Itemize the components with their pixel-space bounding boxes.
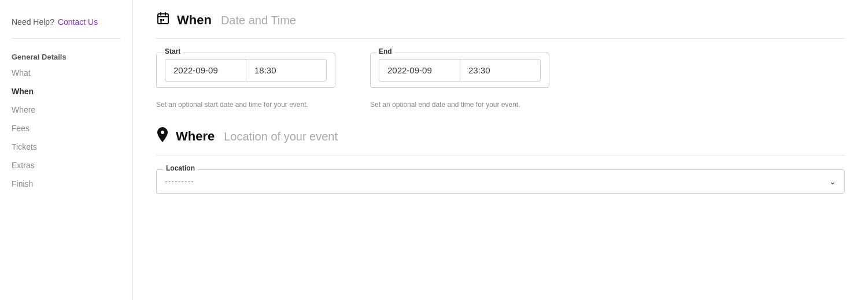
sidebar-item-fees[interactable]: Fees bbox=[0, 119, 132, 138]
sidebar-item-finish[interactable]: Finish bbox=[0, 175, 132, 193]
location-wrapper: Location --------- ⌄ bbox=[156, 169, 845, 194]
location-label: Location bbox=[164, 164, 197, 172]
sidebar-item-general-details[interactable]: General Details bbox=[0, 48, 132, 64]
where-title: Where bbox=[176, 129, 215, 144]
where-section: Where Location of your event Location --… bbox=[156, 127, 845, 194]
end-time-field[interactable]: 23:30 bbox=[460, 59, 541, 82]
contact-us-link[interactable]: Contact Us bbox=[58, 17, 98, 27]
sidebar-item-extras[interactable]: Extras bbox=[0, 156, 132, 175]
location-field-container: Location --------- ⌄ bbox=[156, 169, 845, 194]
chevron-down-icon: ⌄ bbox=[829, 177, 836, 186]
sidebar-nav: General Details What When Where Fees Tic… bbox=[0, 48, 132, 193]
start-time-field[interactable]: 18:30 bbox=[246, 59, 327, 82]
location-icon bbox=[156, 127, 169, 146]
sidebar-item-what[interactable]: What bbox=[0, 64, 132, 82]
sidebar-item-tickets[interactable]: Tickets bbox=[0, 138, 132, 156]
end-group: End 2022-09-09 23:30 Set an optional end… bbox=[370, 53, 549, 109]
where-subtitle: Location of your event bbox=[224, 130, 338, 143]
end-fieldset: End 2022-09-09 23:30 bbox=[370, 53, 549, 88]
end-fields-row: 2022-09-09 23:30 bbox=[379, 59, 541, 82]
start-label: Start bbox=[162, 47, 183, 55]
where-section-header: Where Location of your event bbox=[156, 127, 845, 155]
end-hint: Set an optional end date and time for yo… bbox=[370, 101, 549, 109]
svg-rect-5 bbox=[162, 19, 164, 21]
start-date-field[interactable]: 2022-09-09 bbox=[165, 59, 246, 82]
calendar-icon bbox=[156, 12, 170, 29]
svg-rect-6 bbox=[160, 21, 162, 23]
start-group: Start 2022-09-09 18:30 Set an optional s… bbox=[156, 53, 335, 109]
sidebar-divider bbox=[12, 38, 121, 39]
start-hint: Set an optional start date and time for … bbox=[156, 101, 335, 109]
when-section: When Date and Time Start 2022-09-09 18:3… bbox=[156, 12, 845, 109]
svg-rect-4 bbox=[160, 19, 162, 21]
end-date-field[interactable]: 2022-09-09 bbox=[379, 59, 460, 82]
location-select[interactable]: --------- ⌄ bbox=[157, 170, 844, 193]
start-fieldset: Start 2022-09-09 18:30 bbox=[156, 53, 335, 88]
when-section-header: When Date and Time bbox=[156, 12, 845, 39]
when-subtitle: Date and Time bbox=[221, 14, 296, 27]
sidebar-item-when[interactable]: When bbox=[0, 82, 132, 101]
sidebar-item-where[interactable]: Where bbox=[0, 101, 132, 119]
svg-rect-0 bbox=[158, 14, 168, 24]
sidebar: Need Help? Contact Us General Details Wh… bbox=[0, 0, 133, 300]
end-label: End bbox=[376, 47, 394, 55]
main-content: When Date and Time Start 2022-09-09 18:3… bbox=[133, 0, 868, 300]
start-fields-row: 2022-09-09 18:30 bbox=[165, 59, 327, 82]
datetime-row: Start 2022-09-09 18:30 Set an optional s… bbox=[156, 53, 845, 109]
sidebar-header: Need Help? Contact Us bbox=[0, 12, 132, 38]
need-help-text: Need Help? bbox=[12, 17, 54, 27]
when-title: When bbox=[177, 13, 212, 28]
location-value: --------- bbox=[165, 177, 829, 186]
